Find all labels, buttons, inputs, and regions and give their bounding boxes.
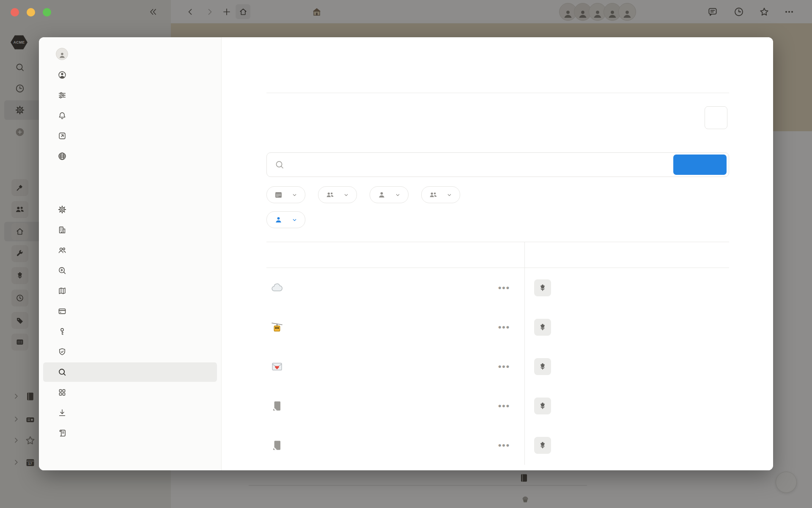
filter-created-by[interactable]	[266, 211, 305, 228]
map-icon	[58, 286, 67, 295]
close-window-button[interactable]	[11, 8, 19, 17]
minimize-window-button[interactable]	[27, 8, 35, 17]
flower-icon	[534, 319, 551, 336]
person-icon	[377, 190, 386, 199]
settings-nav-analytics[interactable]	[43, 261, 217, 280]
search-icon	[58, 367, 67, 377]
grid4-icon	[58, 388, 67, 397]
user-avatar	[56, 48, 68, 60]
export-results-button[interactable]	[705, 106, 727, 129]
chevron-down-icon	[446, 192, 453, 198]
window-controls	[11, 8, 51, 17]
row-actions-icon[interactable]: •••	[498, 440, 510, 450]
row-actions-icon[interactable]: •••	[498, 322, 510, 332]
love-letter-emoji	[270, 360, 284, 373]
workspace-section-label	[39, 184, 221, 196]
settings-nav-my-account[interactable]	[43, 65, 217, 85]
bell-icon	[58, 111, 67, 120]
cloud-emoji	[270, 281, 284, 295]
tramway-emoji	[270, 320, 284, 334]
zoom-window-button[interactable]	[43, 8, 51, 17]
search-button[interactable]	[673, 155, 727, 175]
account-email-row	[39, 43, 221, 64]
search-icon	[274, 160, 285, 170]
flower-icon	[534, 398, 551, 414]
filter-shared-with[interactable]	[370, 186, 409, 203]
table-row[interactable]: •••	[266, 425, 729, 465]
settings-nav-plans[interactable]	[43, 281, 217, 301]
row-actions-icon[interactable]: •••	[498, 401, 510, 411]
scroll-icon	[58, 428, 67, 438]
table-row[interactable]: •••	[266, 386, 729, 425]
content-search-panel: ••• •••	[222, 37, 773, 470]
filter-created-on[interactable]	[266, 186, 305, 203]
import-icon	[58, 408, 67, 417]
settings-nav-import[interactable]	[43, 403, 217, 422]
table-row[interactable]: •••	[266, 347, 729, 386]
shield-check-icon	[58, 347, 67, 356]
page-icon	[270, 399, 284, 413]
row-actions-icon[interactable]: •••	[498, 283, 510, 293]
filter-chip-row-2	[266, 211, 305, 228]
settings-nav-audit-log[interactable]	[43, 423, 217, 443]
flower-icon	[534, 358, 551, 375]
filter-teamspace[interactable]	[318, 186, 357, 203]
settings-nav-settings[interactable]	[43, 200, 217, 219]
person-circle-icon	[58, 70, 67, 80]
settings-nav-content-search[interactable]	[43, 362, 217, 382]
filter-chip-row	[266, 186, 460, 203]
table-row[interactable]: •••	[266, 307, 729, 347]
settings-nav-connections[interactable]	[43, 383, 217, 402]
settings-nav-my-settings[interactable]	[43, 86, 217, 105]
credit-card-icon	[58, 306, 67, 316]
title-divider	[266, 93, 729, 93]
arrow-out-icon	[58, 131, 67, 141]
settings-nav-language-region[interactable]	[43, 146, 217, 166]
chevron-down-icon	[291, 217, 298, 223]
column-divider	[524, 242, 525, 465]
search-input[interactable]	[290, 160, 729, 170]
settings-nav-identity-provisioning[interactable]	[43, 342, 217, 362]
row-actions-icon[interactable]: •••	[498, 362, 510, 372]
settings-nav-members[interactable]	[43, 240, 217, 260]
settings-sidebar	[39, 37, 222, 470]
chevron-down-icon	[291, 192, 298, 198]
chevron-down-icon	[343, 192, 349, 198]
settings-nav-my-connections[interactable]	[43, 126, 217, 146]
members-icon	[58, 246, 67, 255]
settings-nav-my-notifications[interactable]	[43, 106, 217, 125]
magnifier-plus-icon	[58, 266, 67, 275]
key-icon	[58, 327, 67, 336]
calendar-icon	[274, 190, 283, 199]
settings-nav-teamspaces[interactable]	[43, 220, 217, 240]
gear-icon	[58, 205, 67, 214]
table-header	[266, 242, 729, 268]
settings-modal: ••• •••	[39, 37, 773, 470]
people-duo-icon	[326, 190, 335, 199]
table-row[interactable]: •••	[266, 268, 729, 307]
people-duo-icon	[429, 190, 438, 199]
filter-audience[interactable]	[421, 186, 460, 203]
chevron-down-icon	[395, 192, 401, 198]
building-icon	[58, 225, 67, 235]
person-icon	[274, 215, 283, 224]
sliders-icon	[58, 91, 67, 100]
globe-icon	[58, 152, 67, 161]
flower-icon	[534, 279, 551, 296]
results-table-inner: ••• •••	[266, 242, 729, 465]
results-table: ••• •••	[266, 242, 729, 465]
settings-nav-security[interactable]	[43, 322, 217, 341]
settings-nav-billing[interactable]	[43, 301, 217, 321]
content-search-bar	[266, 152, 729, 177]
page-icon	[270, 439, 284, 452]
flower-icon	[534, 437, 551, 454]
